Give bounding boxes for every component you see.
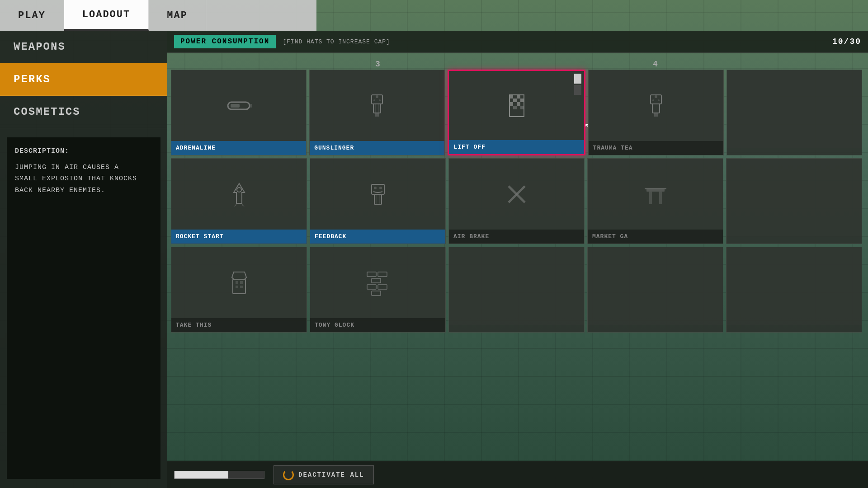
perk-empty-0-4[interactable] — [726, 70, 862, 155]
svg-rect-27 — [656, 113, 658, 117]
market-ga-label: MARKET GA — [588, 230, 723, 244]
perk-market-ga[interactable]: MARKET GA — [587, 158, 723, 244]
svg-point-5 — [373, 99, 375, 101]
top-menu-bar: PLAY LOADOUT MAP — [0, 0, 316, 31]
bottom-bar: DEACTIVATE ALL — [167, 461, 868, 488]
col-num-0 — [171, 60, 307, 69]
rocket-start-icon — [171, 159, 307, 230]
deactivate-label: DEACTIVATE ALL — [298, 471, 364, 479]
empty-label-2-4 — [726, 325, 862, 332]
svg-rect-25 — [652, 104, 660, 113]
power-hint: [FIND HATS TO INCREASE CAP] — [283, 38, 390, 45]
perk-tony-glock[interactable]: TONY GLOCK — [310, 247, 446, 333]
power-bar: POWER CONSUMPTION [FIND HATS TO INCREASE… — [167, 31, 868, 53]
lift-off-icon — [449, 71, 584, 140]
svg-rect-38 — [649, 192, 652, 204]
perk-rocket-start[interactable]: ROCKET START — [171, 158, 307, 244]
svg-rect-1 — [231, 104, 240, 108]
svg-rect-13 — [509, 95, 513, 99]
svg-rect-47 — [378, 272, 387, 277]
sidebar-item-weapons[interactable]: WEAPONS — [0, 31, 167, 63]
svg-point-6 — [379, 99, 381, 101]
svg-rect-7 — [373, 104, 381, 113]
svg-rect-50 — [378, 285, 387, 289]
empty-icon-1-4 — [726, 159, 862, 236]
lift-off-label: LIFT OFF — [449, 140, 584, 154]
svg-rect-18 — [517, 102, 520, 106]
progress-fill — [175, 471, 228, 479]
sidebar-item-perks[interactable]: PERKS — [0, 63, 167, 96]
col-num-3: 4 — [587, 60, 723, 69]
sidebar-item-cosmetics[interactable]: COSMETICS — [0, 96, 167, 128]
menu-item-loadout[interactable]: LOADOUT — [64, 0, 149, 31]
svg-rect-10 — [375, 113, 377, 117]
trauma-tea-label: TRAUMA TEA — [589, 141, 723, 155]
menu-item-play[interactable]: PLAY — [0, 0, 64, 31]
svg-rect-45 — [240, 286, 243, 288]
svg-rect-32 — [374, 194, 382, 204]
perk-air-brake[interactable]: AIR BRAKE — [448, 158, 585, 244]
svg-rect-19 — [513, 106, 517, 109]
svg-rect-39 — [659, 192, 662, 204]
perk-empty-1-4[interactable] — [726, 158, 862, 244]
tony-glock-icon — [310, 247, 445, 318]
col-num-4 — [726, 60, 862, 69]
deactivate-all-button[interactable]: DEACTIVATE ALL — [274, 465, 374, 484]
perk-empty-2-3[interactable] — [587, 247, 723, 333]
svg-rect-2 — [250, 104, 252, 108]
svg-rect-46 — [367, 272, 376, 277]
air-brake-icon — [449, 159, 584, 230]
empty-label-2-2 — [449, 325, 584, 332]
adrenaline-label: ADRENALINE — [171, 141, 306, 155]
empty-icon-2-4 — [726, 247, 862, 325]
deactivate-icon — [283, 469, 294, 480]
svg-point-22 — [655, 95, 657, 98]
power-count: 10/30 — [832, 37, 861, 46]
rocket-start-label: ROCKET START — [171, 230, 307, 244]
col-num-2 — [448, 60, 585, 69]
menu-item-map[interactable]: MAP — [149, 0, 206, 31]
col-num-1: 3 — [310, 60, 446, 69]
trauma-tea-icon — [589, 70, 723, 141]
empty-label-1-4 — [726, 236, 862, 244]
svg-point-4 — [376, 95, 378, 98]
air-brake-label: AIR BRAKE — [449, 230, 584, 244]
progress-bar — [174, 471, 264, 479]
perk-lift-off[interactable]: LIFT OFF ↖ — [448, 70, 585, 155]
perk-gunslinger[interactable]: GUNSLINGER — [309, 70, 445, 155]
perk-feedback[interactable]: FEEDBACK — [310, 158, 446, 244]
take-this-label: TAKE THIS — [171, 318, 307, 332]
tony-glock-label: TONY GLOCK — [310, 318, 445, 332]
svg-rect-17 — [509, 102, 513, 106]
svg-point-24 — [658, 99, 660, 101]
perk-area: 3 4 ADRENALINE — [167, 53, 868, 461]
adrenaline-icon — [171, 70, 306, 141]
description-text: JUMPING IN AIR CAUSES A SMALL EXPLOSION … — [15, 162, 152, 197]
svg-rect-44 — [236, 286, 238, 288]
empty-icon-0-4 — [727, 70, 862, 148]
perk-adrenaline[interactable]: ADRENALINE — [171, 70, 307, 155]
perk-empty-2-4[interactable] — [726, 247, 862, 333]
empty-label-2-3 — [588, 325, 723, 332]
perk-take-this[interactable]: TAKE THIS — [171, 247, 307, 333]
svg-rect-42 — [236, 281, 238, 284]
svg-point-28 — [237, 188, 241, 192]
svg-point-30 — [374, 187, 377, 189]
svg-rect-15 — [513, 99, 517, 102]
main-content: POWER CONSUMPTION [FIND HATS TO INCREASE… — [167, 31, 868, 488]
svg-rect-16 — [520, 99, 524, 102]
svg-rect-51 — [372, 291, 381, 296]
market-ga-icon — [588, 159, 723, 230]
gunslinger-label: GUNSLINGER — [310, 141, 444, 155]
empty-icon-2-3 — [588, 247, 723, 325]
perk-empty-2-2[interactable] — [448, 247, 585, 333]
description-box: DESCRIPTION: JUMPING IN AIR CAUSES A SMA… — [7, 137, 160, 479]
feedback-icon — [310, 159, 445, 230]
svg-rect-48 — [372, 278, 381, 283]
svg-point-31 — [379, 187, 382, 189]
empty-icon-2-2 — [449, 247, 584, 325]
svg-rect-20 — [520, 106, 524, 109]
svg-rect-11 — [377, 113, 379, 117]
perk-trauma-tea[interactable]: TRAUMA TEA — [588, 70, 724, 155]
svg-point-23 — [652, 99, 654, 101]
